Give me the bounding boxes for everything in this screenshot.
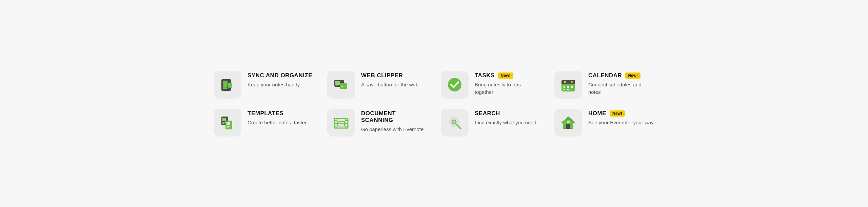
svg-point-15 (564, 81, 566, 83)
web-clipper-icon (327, 71, 355, 99)
tasks-desc: Bring notes & to-dos together (475, 81, 541, 96)
calendar-badge: New! (625, 73, 640, 79)
feature-item-calendar: CALENDARNew!Connect schedules and notes (554, 71, 654, 99)
svg-point-42 (453, 121, 455, 123)
calendar-title-row: CALENDARNew! (588, 72, 654, 79)
tasks-title-row: TASKSNew! (475, 72, 541, 79)
document-scanning-desc: Go paperless with Evernote (361, 126, 427, 133)
feature-item-document-scanning: DOCUMENT SCANNINGGo paperless with Evern… (327, 109, 427, 137)
document-scanning-icon (327, 109, 355, 137)
search-text: SEARCHFind exactly what you need (475, 109, 536, 127)
calendar-icon (554, 71, 582, 99)
svg-rect-1 (223, 81, 228, 87)
svg-rect-29 (226, 127, 229, 128)
svg-rect-34 (345, 119, 348, 121)
web-clipper-desc: A save button for the web (361, 81, 418, 89)
feature-item-sync-organize: SYNC AND ORGANIZEKeep your notes handy (214, 71, 314, 99)
feature-item-search: SEARCHFind exactly what you need (441, 109, 541, 137)
feature-item-home: HOMENew!See your Evernote, your way (554, 109, 654, 137)
tasks-badge: New! (498, 73, 513, 79)
svg-rect-19 (571, 86, 573, 88)
calendar-text: CALENDARNew!Connect schedules and notes (588, 71, 654, 96)
templates-desc: Create better notes, faster (248, 119, 307, 127)
svg-rect-24 (222, 122, 226, 123)
tasks-icon (441, 71, 469, 99)
svg-rect-17 (564, 86, 565, 88)
home-badge: New! (610, 110, 625, 117)
svg-rect-7 (335, 85, 338, 86)
search-title-row: SEARCH (475, 110, 536, 117)
tasks-text: TASKSNew!Bring notes & to-dos together (475, 71, 541, 96)
calendar-title: CALENDAR (588, 72, 622, 79)
document-scanning-text: DOCUMENT SCANNINGGo paperless with Evern… (361, 109, 427, 133)
svg-point-16 (571, 81, 573, 83)
home-text: HOMENew!See your Evernote, your way (588, 109, 654, 127)
tasks-title: TASKS (475, 72, 495, 79)
svg-rect-28 (226, 126, 230, 127)
search-desc: Find exactly what you need (475, 119, 536, 127)
svg-rect-35 (334, 126, 337, 128)
features-grid: SYNC AND ORGANIZEKeep your notes handy W… (214, 71, 654, 137)
svg-rect-21 (567, 89, 569, 90)
sync-organize-title-row: SYNC AND ORGANIZE (248, 72, 312, 79)
calendar-desc: Connect schedules and notes (588, 81, 654, 96)
svg-rect-8 (340, 83, 347, 89)
svg-rect-23 (222, 118, 226, 121)
svg-rect-45 (566, 124, 570, 129)
feature-item-templates: TEMPLATESCreate better notes, faster (214, 109, 314, 137)
svg-rect-33 (334, 119, 337, 121)
search-title: SEARCH (475, 110, 500, 117)
web-clipper-text: WEB CLIPPERA save button for the web (361, 71, 418, 89)
templates-icon (214, 109, 241, 137)
templates-text: TEMPLATESCreate better notes, faster (248, 109, 307, 127)
sync-organize-desc: Keep your notes handy (248, 81, 312, 89)
svg-rect-6 (335, 81, 340, 85)
home-title-row: HOMENew! (588, 110, 654, 117)
svg-rect-4 (228, 83, 232, 88)
svg-rect-36 (345, 126, 348, 128)
sync-organize-title: SYNC AND ORGANIZE (248, 72, 312, 79)
svg-rect-10 (341, 86, 343, 87)
home-icon (554, 109, 582, 137)
svg-rect-25 (222, 123, 224, 124)
web-clipper-title-row: WEB CLIPPER (361, 72, 418, 79)
svg-rect-27 (226, 122, 230, 125)
home-desc: See your Evernote, your way (588, 119, 654, 127)
svg-rect-9 (341, 85, 345, 85)
web-clipper-title: WEB CLIPPER (361, 72, 403, 79)
document-scanning-title: DOCUMENT SCANNING (361, 110, 427, 124)
svg-rect-2 (223, 87, 228, 89)
svg-line-41 (457, 125, 461, 129)
svg-point-11 (448, 78, 461, 91)
sync-organize-icon (214, 71, 241, 99)
svg-rect-18 (567, 86, 569, 88)
svg-rect-14 (561, 83, 575, 84)
home-title: HOME (588, 110, 606, 117)
templates-title: TEMPLATES (248, 110, 283, 117)
sync-organize-text: SYNC AND ORGANIZEKeep your notes handy (248, 71, 312, 89)
document-scanning-title-row: DOCUMENT SCANNING (361, 110, 427, 124)
feature-item-tasks: TASKSNew!Bring notes & to-dos together (441, 71, 541, 99)
search-icon (441, 109, 469, 137)
feature-item-web-clipper: WEB CLIPPERA save button for the web (327, 71, 427, 99)
templates-title-row: TEMPLATES (248, 110, 307, 117)
svg-rect-20 (564, 89, 565, 90)
